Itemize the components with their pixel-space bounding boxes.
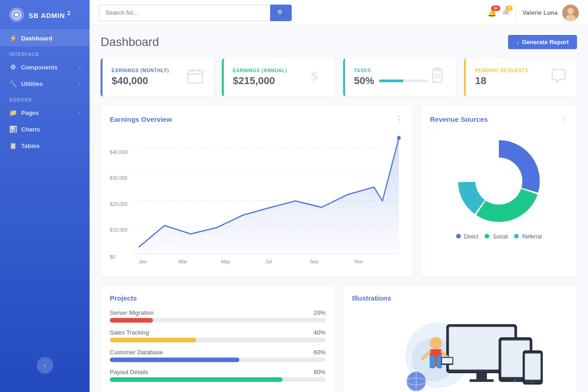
- stat-card-tasks: TASKS 50%: [343, 58, 456, 97]
- sidebar-tables-label: Tables: [21, 142, 40, 149]
- stat-card-pending: PENDING REQUESTS 18: [464, 58, 577, 97]
- tasks-value: 50%: [354, 75, 374, 87]
- project-name-payout: Payout Details: [110, 369, 148, 375]
- earnings-monthly-value: $40,000: [112, 75, 186, 87]
- stat-card-earnings-annual: EARNINGS (ANNUAL) $215,000 $: [222, 58, 335, 97]
- project-percent-customer: 60%: [313, 349, 325, 356]
- table-icon: 📋: [9, 142, 17, 149]
- revenue-sources-card: Revenue Sources ⋮: [421, 106, 577, 277]
- svg-text:Jul: Jul: [266, 259, 272, 265]
- svg-text:$20,000: $20,000: [110, 201, 127, 207]
- generate-report-label: Generate Report: [522, 39, 569, 45]
- svg-point-49: [532, 381, 534, 384]
- tasks-progress: 50%: [354, 75, 429, 87]
- search-form: 🔍: [99, 5, 292, 21]
- svg-rect-43: [469, 379, 494, 382]
- clipboard-icon: [428, 67, 447, 88]
- user-menu[interactable]: Valerie Luna: [522, 5, 579, 21]
- legend-social: Social: [485, 233, 508, 240]
- sidebar-components-label: Components: [21, 64, 57, 71]
- sidebar-utilities-label: Utilities: [21, 80, 43, 87]
- tachometer-icon: ⚡: [9, 34, 17, 42]
- earnings-overview-header: Earnings Overview ⋮: [110, 114, 403, 124]
- pending-label: PENDING REQUESTS: [475, 68, 549, 73]
- chart-bar-icon: 📊: [9, 125, 17, 133]
- revenue-menu-button[interactable]: ⋮: [560, 114, 568, 124]
- project-progress-fill-sales: [110, 338, 196, 342]
- main-content: 🔍 🔔 3+ ✉ 7 Valerie Luna: [90, 0, 588, 392]
- svg-text:$0: $0: [110, 254, 115, 260]
- illustrations-card: Illustrations: [343, 286, 577, 392]
- earnings-overview-card: Earnings Overview ⋮ $0 $10,000 $20,000 $…: [101, 106, 413, 277]
- revenue-sources-title: Revenue Sources: [430, 115, 488, 123]
- chevron-right-icon: ›: [79, 65, 80, 70]
- stat-card-earnings-monthly: EARNINGS (MONTHLY) $40,000: [101, 58, 214, 97]
- dollar-icon: $: [307, 67, 326, 88]
- bottom-row: Projects Server Migration 20% Sales Trac…: [101, 286, 577, 392]
- earnings-annual-value: $215,000: [233, 75, 307, 87]
- legend-dot-referral: [514, 234, 519, 239]
- sidebar-item-charts[interactable]: 📊 Charts: [0, 121, 90, 137]
- legend-dot-social: [485, 234, 489, 239]
- search-button[interactable]: 🔍: [270, 5, 292, 21]
- earnings-menu-button[interactable]: ⋮: [395, 114, 403, 124]
- sidebar-dashboard-label: Dashboard: [21, 35, 52, 42]
- tasks-progress-bar: [379, 80, 429, 82]
- project-percent-payout: 80%: [313, 369, 325, 375]
- project-progress-bg-customer: [110, 358, 326, 362]
- sidebar-item-tables[interactable]: 📋 Tables: [0, 137, 90, 154]
- user-avatar: [562, 5, 579, 21]
- stat-cards-container: EARNINGS (MONTHLY) $40,000 EARNINGS (ANN…: [101, 58, 577, 97]
- generate-report-button[interactable]: ↓ Generate Report: [508, 35, 577, 49]
- sidebar-pages-label: Pages: [21, 109, 39, 116]
- page-content: Dashboard ↓ Generate Report EARNINGS (MO…: [90, 26, 588, 392]
- page-title: Dashboard: [101, 35, 159, 49]
- brand-logo: [9, 7, 24, 22]
- project-name-server: Server Migration: [110, 309, 153, 316]
- legend-referral: Referral: [514, 233, 542, 240]
- messages-button[interactable]: ✉ 7: [503, 8, 509, 17]
- collapse-icon: ‹: [44, 362, 46, 369]
- tasks-label: TASKS: [354, 68, 429, 73]
- earnings-annual-label: EARNINGS (ANNUAL): [233, 68, 307, 73]
- alerts-badge: 3+: [491, 6, 500, 11]
- project-row-server-migration: Server Migration 20%: [110, 309, 326, 323]
- legend-dot-direct: [456, 234, 461, 239]
- sidebar-brand[interactable]: SB ADMIN 2: [0, 0, 90, 30]
- svg-rect-5: [188, 70, 203, 83]
- sidebar-section-addons: ADDONS: [0, 92, 90, 104]
- project-progress-fill-server: [110, 318, 153, 323]
- project-progress-fill-payout: [110, 377, 283, 382]
- user-name: Valerie Luna: [522, 9, 558, 16]
- donut-legend: Direct Social Referral: [456, 233, 542, 240]
- svg-rect-48: [525, 353, 541, 380]
- chevron-right-icon-2: ›: [79, 81, 80, 86]
- project-percent-server: 20%: [313, 309, 325, 316]
- svg-rect-42: [476, 373, 487, 380]
- svg-text:Nov: Nov: [355, 259, 363, 265]
- alerts-button[interactable]: 🔔 3+: [487, 8, 497, 17]
- project-progress-bg-payout: [110, 377, 326, 382]
- svg-text:Jan: Jan: [139, 259, 147, 265]
- sidebar-item-utilities[interactable]: 🔧 Utilities ›: [0, 75, 90, 92]
- search-icon: 🔍: [277, 9, 285, 17]
- projects-card: Projects Server Migration 20% Sales Trac…: [101, 286, 335, 392]
- legend-direct: Direct: [456, 233, 479, 240]
- svg-text:$: $: [311, 69, 317, 83]
- sidebar-item-pages[interactable]: 📁 Pages ›: [0, 104, 90, 121]
- sidebar-collapse-button[interactable]: ‹: [37, 357, 53, 374]
- topbar: 🔍 🔔 3+ ✉ 7 Valerie Luna: [90, 0, 588, 26]
- projects-title: Projects: [110, 294, 326, 302]
- search-input[interactable]: [99, 5, 270, 21]
- sidebar-item-components[interactable]: ⚙ Components ›: [0, 59, 90, 75]
- sidebar-item-dashboard[interactable]: ⚡ Dashboard: [0, 30, 90, 46]
- svg-rect-52: [430, 355, 435, 369]
- project-row-payout: Payout Details 80%: [110, 369, 326, 382]
- line-chart: $0 $10,000 $20,000 $30,000 $40,000 Jan: [110, 131, 403, 268]
- svg-rect-10: [433, 69, 442, 82]
- messages-badge: 7: [505, 6, 513, 11]
- wrench-icon: 🔧: [9, 80, 17, 87]
- sidebar: SB ADMIN 2 ⚡ Dashboard INTERFACE ⚙ Compo…: [0, 0, 90, 392]
- revenue-sources-header: Revenue Sources ⋮: [430, 114, 568, 124]
- project-name-sales: Sales Tracking: [110, 329, 149, 336]
